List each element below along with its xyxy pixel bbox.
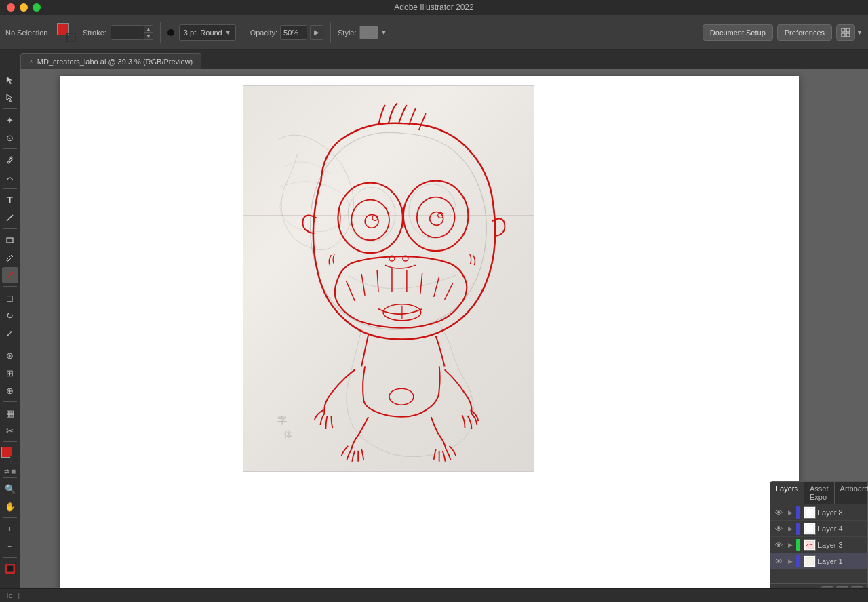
arrange-dropdown-arrow[interactable]: ▼: [856, 29, 863, 36]
preferences-button[interactable]: Preferences: [777, 24, 832, 41]
layer-item-3[interactable]: 👁 ▶ Layer 3: [770, 537, 867, 553]
svg-point-18: [417, 197, 455, 238]
svg-rect-28: [806, 525, 814, 533]
svg-rect-27: [806, 508, 814, 517]
pen-tool-button[interactable]: [2, 152, 18, 168]
line-tool-button[interactable]: [2, 209, 18, 226]
stroke-up-button[interactable]: ▲: [144, 25, 153, 33]
stroke-color-swatch[interactable]: [66, 33, 76, 42]
layer-1-thumbnail: [804, 555, 816, 567]
svg-point-17: [403, 181, 469, 252]
chart-tool-button[interactable]: ▦: [2, 405, 18, 421]
zoom-tool-button[interactable]: 🔍: [2, 481, 18, 497]
rotate-tool-button[interactable]: ↻: [2, 307, 18, 323]
arrange-button[interactable]: [836, 24, 855, 41]
fill-stroke-color-group[interactable]: [1, 447, 19, 464]
pencil-tool-button[interactable]: [2, 249, 18, 266]
curvature-tool-button[interactable]: [2, 169, 18, 186]
svg-point-19: [430, 212, 443, 225]
stroke-down-button[interactable]: ▼: [144, 33, 153, 40]
tab-filename: MD_creators_labo.ai @ 39.3 % (RGB/Previe…: [37, 58, 193, 66]
maximize-button[interactable]: [33, 3, 41, 12]
document-tab[interactable]: × MD_creators_labo.ai @ 39.3 % (RGB/Prev…: [20, 53, 201, 69]
window-controls[interactable]: [7, 3, 41, 12]
draw-normal-button[interactable]: [2, 561, 18, 577]
brush-tool-button[interactable]: [2, 267, 18, 283]
layer-item-4[interactable]: 👁 ▶ Layer 4: [770, 521, 867, 537]
layer-1-expand-icon[interactable]: ▶: [786, 557, 794, 565]
layer-4-color-indicator: [796, 523, 800, 535]
layer-8-expand-icon[interactable]: ▶: [786, 508, 794, 517]
shape-builder-button[interactable]: ⊕: [2, 382, 18, 399]
tab-artboard[interactable]: Artboard: [835, 482, 868, 504]
opacity-expand-button[interactable]: ▶: [310, 25, 323, 40]
svg-rect-3: [846, 33, 850, 37]
title-bar: Adobe Illustrator 2022: [0, 0, 868, 15]
zoom-out-button[interactable]: −: [2, 538, 18, 555]
opacity-label: Opacity:: [250, 28, 277, 37]
type-tool-button[interactable]: T: [2, 192, 18, 208]
svg-rect-6: [7, 238, 13, 243]
direct-select-tool-button[interactable]: [2, 89, 18, 106]
svg-point-14: [351, 200, 389, 241]
character-drawing-svg: 字 体: [243, 86, 534, 471]
selection-tool-button[interactable]: [2, 72, 18, 88]
color-mode-icons: ⇄ ◼: [4, 468, 16, 475]
swap-colors-icon[interactable]: ⇄: [4, 468, 9, 475]
ltool-sep-8: [3, 441, 17, 442]
tab-asset-export[interactable]: Asset Expo: [804, 482, 835, 504]
hand-tool-button[interactable]: ✋: [2, 498, 18, 515]
stroke-stepper[interactable]: ▲ ▼: [144, 25, 153, 40]
warp-tool-button[interactable]: ⊛: [2, 347, 18, 363]
magic-wand-button[interactable]: ✦: [2, 112, 18, 128]
artboard: 字 体: [60, 76, 799, 590]
document-setup-button[interactable]: Document Setup: [703, 24, 773, 41]
lasso-tool-button[interactable]: ⊙: [2, 129, 18, 146]
brush-dot-icon: [167, 29, 174, 36]
default-colors-icon[interactable]: ◼: [11, 468, 16, 475]
ltool-sep-7: [3, 401, 17, 402]
slice-tool-button[interactable]: ✂: [2, 422, 18, 439]
layer-4-name: Layer 4: [818, 525, 865, 533]
fill-stroke-group[interactable]: [57, 23, 76, 42]
layer-4-expand-icon[interactable]: ▶: [786, 525, 794, 533]
layer-item-8[interactable]: 👁 ▶ Layer 8: [770, 504, 867, 521]
tab-close-icon[interactable]: ×: [29, 58, 33, 65]
zoom-in-button[interactable]: +: [2, 521, 18, 537]
eraser-tool-button[interactable]: ◻: [2, 289, 18, 306]
svg-rect-30: [806, 557, 814, 565]
ltool-sep-10: [3, 517, 17, 518]
layer-8-thumbnail: [804, 506, 816, 519]
left-toolbar: ✦ ⊙ T: [0, 69, 20, 602]
opacity-group: Opacity: ▶: [250, 25, 323, 40]
layer-4-visibility-icon[interactable]: 👁: [773, 523, 784, 534]
svg-rect-2: [842, 33, 845, 37]
separator-2: [243, 22, 243, 43]
layers-spacer: [770, 569, 867, 583]
opacity-input[interactable]: [280, 25, 307, 40]
tab-layers[interactable]: Layers: [770, 482, 804, 504]
layer-3-thumbnail: [804, 539, 816, 551]
layer-3-expand-icon[interactable]: ▶: [786, 541, 794, 549]
layer-8-visibility-icon[interactable]: 👁: [773, 507, 784, 518]
canvas-area[interactable]: 字 体 Layers Asset Expo Artboard 👁 ▶: [20, 69, 868, 602]
layer-1-visibility-icon[interactable]: 👁: [773, 556, 784, 567]
rect-tool-button[interactable]: [2, 232, 18, 248]
toolbar: No Selection Stroke: ▲ ▼ 3 pt. Round ▼ O…: [0, 15, 868, 50]
layer-item-1[interactable]: 👁 ▶ Layer 1: [770, 553, 867, 569]
separator-1: [160, 22, 161, 43]
free-transform-button[interactable]: ⊞: [2, 365, 18, 381]
separator-3: [330, 22, 331, 43]
minimize-button[interactable]: [20, 3, 28, 12]
stroke-value-input[interactable]: [111, 25, 144, 40]
stroke-weight-group[interactable]: 3 pt. Round ▼: [179, 24, 236, 41]
ltool-sep-11: [3, 557, 17, 558]
layer-3-visibility-icon[interactable]: 👁: [773, 540, 784, 550]
stroke-swatch[interactable]: [10, 456, 19, 464]
scale-tool-button[interactable]: ⤢: [2, 325, 18, 341]
brush-dropdown-arrow[interactable]: ▼: [225, 29, 231, 36]
status-coords: To: [5, 592, 13, 599]
close-button[interactable]: [7, 3, 15, 12]
style-dropdown-arrow[interactable]: ▼: [381, 29, 387, 36]
style-swatch[interactable]: [359, 26, 378, 39]
